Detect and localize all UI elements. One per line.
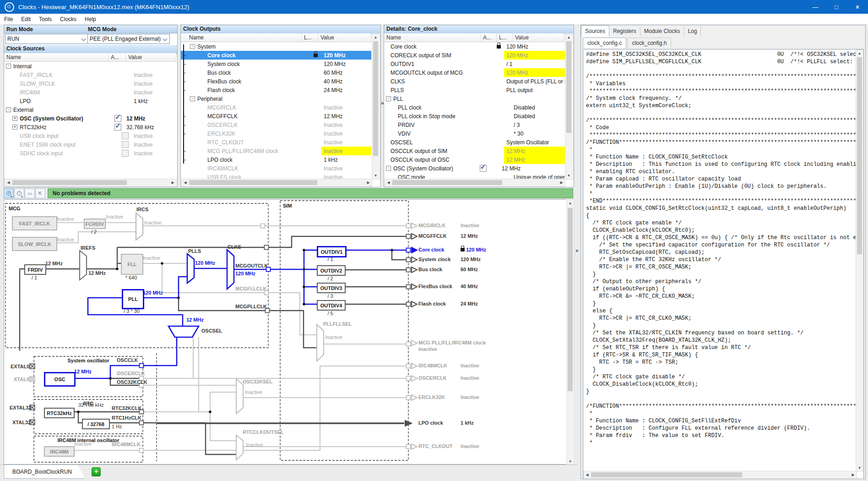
output-row[interactable]: →MCG PLL/FLL/IRC48M clockInactive [181,147,371,155]
output-row[interactable]: →LPO clock1 kHz [181,155,371,164]
block-rtc32khz[interactable]: RTC32kHz [44,408,75,418]
output-row[interactable]: →OSCERCLKInactive [181,120,371,129]
mcg-mode-select[interactable]: PEE (PLL Engaged External) [87,34,170,44]
enable-checkbox[interactable] [122,150,129,157]
menu-file[interactable]: File [0,14,17,24]
output-row[interactable]: →ERCLK32KInactive [181,129,371,138]
diagram-output-core-clock[interactable]: Core clock120 MHz [418,247,444,252]
col-a[interactable]: A... [481,33,497,42]
tab-sources[interactable]: Sources [581,25,609,37]
tab-board-bootclockrun[interactable]: BOARD_BootClockRUN [4,465,85,479]
diagram-output-lpo-clock[interactable]: LPO clock1 kHz [418,420,443,426]
sources-hscrollbar[interactable]: ◀▶ [5,179,177,187]
detail-row[interactable]: OUTDIV1/ 1 [384,60,573,68]
detail-row[interactable]: OSCCLK output of OSC12 MHz [384,155,573,164]
detail-row[interactable]: -OSC (System Oscillator)12 MHz [384,164,573,173]
block-outdiv2[interactable]: OUTDIV2 [317,265,346,276]
diagram-output-irc48mclk[interactable]: IRC48MCLKInactive [418,363,447,368]
output-row[interactable]: IRC48MCLKInactive [181,164,371,173]
zoom-out-icon[interactable]: − [14,188,24,198]
clock-diagram-canvas[interactable]: MCGSIMSystem oscillatorRTCIRC48M interna… [4,199,567,465]
run-mode-select[interactable]: RUN [5,34,88,44]
diagram-output-oscerclk[interactable]: OSCERCLKInactive [418,375,447,381]
source-row[interactable]: +OSC (System Oscillator)12 MHz [4,114,176,123]
tab-module-clocks[interactable]: Module Clocks [640,26,684,37]
menu-help[interactable]: Help [81,14,100,24]
col-a[interactable]: A... [108,53,126,61]
zoom-fit-icon[interactable]: ⇱ [35,188,45,198]
detail-row[interactable]: PRDIV/ 3 [384,120,573,129]
menu-clocks[interactable]: Clocks [56,14,81,24]
outputs-hscrollbar[interactable]: ◀▶ [181,179,372,187]
detail-row[interactable]: -PLL [384,94,573,103]
source-row[interactable]: ENET 1588 clock inputInactive [4,140,176,149]
expander-icon[interactable]: + [12,116,17,121]
add-configuration-button[interactable]: + [92,467,101,476]
tab-log[interactable]: Log [684,26,701,37]
right-panel-sash[interactable]: » [575,247,579,254]
block-fcrdiv[interactable]: FCRDIV [84,219,106,229]
output-row[interactable]: RTC_CLKOUTInactive [181,138,371,147]
code-editor[interactable]: #define SIM_OSC32KSEL_OSC32KCLK_CLK 0U /… [583,49,864,479]
block-irc48m[interactable]: IRC48M [44,446,75,457]
block-frdiv[interactable]: FRDIV [24,264,46,275]
source-row[interactable]: SLOW_IRCLKInactive [4,79,176,88]
source-row[interactable]: +RTC32kHz32.768 kHz [4,123,176,131]
enable-checkbox[interactable] [114,124,121,131]
source-row[interactable]: LPO1 kHz [4,97,176,105]
outputs-vscrollbar[interactable]: ▲▼ [372,33,380,180]
block-fastirclk[interactable]: FAST_IRCLK [12,216,57,230]
expander-icon[interactable]: - [6,107,11,112]
zoom-in-icon[interactable]: + [4,188,14,198]
block-outdiv3[interactable]: OUTDIV3 [317,283,346,293]
menu-edit[interactable]: Edit [17,14,35,24]
code-vscrollbar[interactable]: ▲▼ [856,49,864,472]
expander-icon[interactable]: - [190,44,195,49]
output-row[interactable]: USB FS clockInactive [181,173,371,179]
block-fll[interactable]: FLL [121,254,143,275]
expander-icon[interactable]: - [386,96,391,101]
block-osc[interactable]: OSC [44,372,76,387]
block-outdiv4[interactable]: OUTDIV4 [317,300,346,311]
file-tab-clock_config-c[interactable]: clock_config.c [583,38,626,48]
diagram-output-flexbus-clock[interactable]: FlexBus clock40 MHz [418,284,452,289]
diagram-output-system-clock[interactable]: System clock120 MHz [418,257,450,262]
col-l[interactable]: L... [302,33,318,42]
output-row[interactable]: →Core clock120 MHz [181,51,371,60]
detail-row[interactable]: PLL clockDisabled [384,103,573,112]
output-row[interactable]: →MCGFFCLK12 MHz [181,112,371,120]
col-l[interactable]: L... [497,33,513,42]
source-row[interactable]: -External [4,105,176,114]
col-name[interactable]: Name [384,33,481,42]
output-row[interactable]: -System [181,42,371,51]
enable-checkbox[interactable] [114,115,121,122]
expander-icon[interactable]: - [190,96,195,101]
detail-row[interactable]: Core clock120 MHz [384,42,573,51]
diagram-output-mcg-pll-fll-irc48m-clock[interactable]: MCG PLL/FLL/IRC48M clockInactive [418,340,486,345]
detail-row[interactable]: OSC modeUnique mode of operation [384,173,573,179]
output-row[interactable]: MCGIRCLKInactive [181,103,371,112]
diagram-output-flash-clock[interactable]: Flash clock24 MHz [418,301,446,306]
output-row[interactable]: →Bus clock60 MHz [181,68,371,77]
col-value[interactable]: Value [318,33,371,42]
detail-row[interactable]: MCGOUTCLK output of MCG120 MHz [384,68,573,77]
detail-row[interactable]: OSCCLK output of SIM12 MHz [384,147,573,155]
file-tab-clock_config-h[interactable]: clock_config.h [627,38,671,48]
detail-row[interactable]: PLL clock in Stop modeDisabled [384,112,573,120]
source-row[interactable]: USB clock inputInactive [4,131,176,140]
zoom-selection-icon[interactable]: ▭ [25,188,35,198]
expander-icon[interactable]: - [6,64,11,69]
col-value[interactable]: Value [513,33,564,42]
tab-registers[interactable]: Registers [609,26,640,37]
output-row[interactable]: -Peripheral [181,94,371,103]
diagram-output-bus-clock[interactable]: Bus clock60 MHz [418,267,442,272]
diagram-output-mcgffclk[interactable]: MCGFFCLK12 MHz [418,233,447,239]
diagram-output-erclk32k[interactable]: ERCLK32KInactive [418,394,445,400]
source-row[interactable]: FAST_IRCLKInactive [4,71,176,79]
diagram-output-mcgirclk[interactable]: MCGIRCLKInactive [418,223,445,228]
expander-icon[interactable]: + [12,125,17,130]
col-name[interactable]: Name [181,33,302,42]
enable-checkbox[interactable] [122,132,129,139]
source-row[interactable]: SDHC clock inputInactive [4,149,176,158]
menu-tools[interactable]: Tools [35,14,56,24]
